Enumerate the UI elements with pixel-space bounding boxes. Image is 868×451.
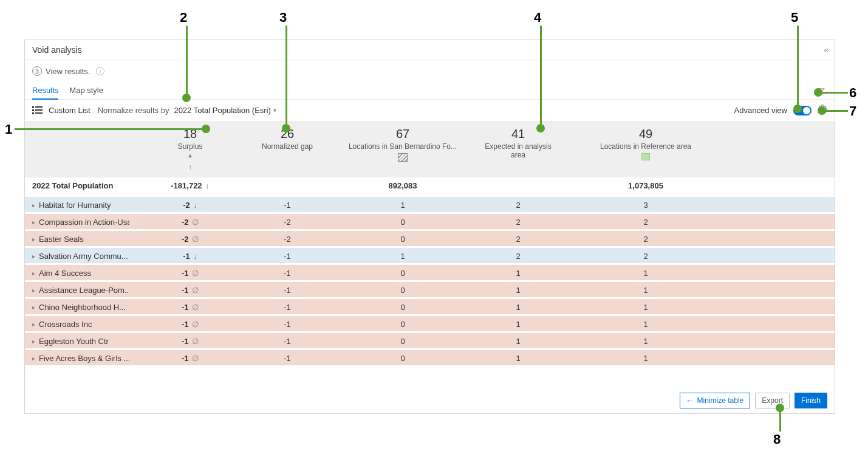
expand-icon[interactable]: ▸ xyxy=(32,219,35,226)
row-normgap: -1 xyxy=(251,269,324,278)
callout-6-line xyxy=(821,92,848,94)
row-expected: 1 xyxy=(482,286,555,295)
table-row[interactable]: ▸Compassion in Action-Usa-2 ∅-2022 xyxy=(25,212,835,229)
expand-icon[interactable]: ▸ xyxy=(32,338,35,345)
callout-5-dot xyxy=(793,105,802,113)
callout-4-dot xyxy=(536,124,545,133)
panel-title: Void analysis xyxy=(32,45,82,55)
custom-list-icon[interactable] xyxy=(32,106,43,114)
table-row[interactable]: ▸Aim 4 Success-1 ∅-1011 xyxy=(25,263,835,280)
rows-container[interactable]: ▸Habitat for Humanity-2 ↓-1123▸Compassio… xyxy=(25,195,835,402)
col-expected-label: Expected in analysis area xyxy=(482,142,555,160)
row-surplus: -1 xyxy=(183,252,190,261)
callout-2-line xyxy=(186,26,188,94)
callout-2: 2 xyxy=(180,10,187,26)
row-expected: 2 xyxy=(482,218,555,227)
col-surplus[interactable]: 18 Surplus ▲ ↑ xyxy=(129,127,251,171)
expand-icon[interactable]: ▸ xyxy=(32,236,35,243)
row-normgap: -1 xyxy=(251,286,324,295)
row-name: Five Acres Boys & Girls ... xyxy=(39,354,129,363)
row-loc-analysis: 0 xyxy=(324,354,482,363)
callout-8-dot xyxy=(776,404,784,412)
panel-header: Void analysis « xyxy=(25,40,835,60)
col-normgap-label: Normalized gap xyxy=(251,142,324,151)
row-name: Chino Neighborhood H... xyxy=(39,303,126,312)
collapse-icon[interactable]: « xyxy=(824,45,827,55)
row-expected: 1 xyxy=(482,354,555,363)
row-loc-reference: 3 xyxy=(555,201,737,210)
col-surplus-label: Surplus xyxy=(129,142,251,151)
row-loc-reference: 1 xyxy=(555,320,737,329)
export-button[interactable]: Export xyxy=(755,393,790,408)
row-loc-reference: 1 xyxy=(555,286,737,295)
row-loc-reference: 1 xyxy=(555,303,737,312)
col-locs-reference-label: Locations in Reference area xyxy=(555,142,737,151)
row-expected: 2 xyxy=(482,252,555,261)
callout-6: 6 xyxy=(849,85,856,101)
expand-icon[interactable]: ▸ xyxy=(32,355,35,362)
expand-icon[interactable]: ▸ xyxy=(32,304,35,311)
table-row[interactable]: ▸Five Acres Boys & Girls ...-1 ∅-1011 xyxy=(25,348,835,365)
table-row[interactable]: ▸Easter Seals-2 ∅-2022 xyxy=(25,229,835,246)
chevron-down-icon: ▾ xyxy=(273,107,276,114)
callout-8: 8 xyxy=(773,432,781,447)
tab-results[interactable]: Results xyxy=(32,82,58,100)
row-name: Aim 4 Success xyxy=(39,269,91,278)
minimize-label: Minimize table xyxy=(697,396,744,405)
row-name: Salvation Army Commu... xyxy=(39,252,128,261)
totals-name: 2022 Total Population xyxy=(32,181,129,190)
info-icon[interactable]: i xyxy=(96,67,104,75)
expand-icon[interactable]: ▸ xyxy=(32,270,35,277)
row-normgap: -1 xyxy=(251,354,324,363)
row-surplus: -1 xyxy=(182,286,189,295)
table-row[interactable]: ▸Salvation Army Commu...-1 ↓-1122 xyxy=(25,246,835,263)
table-row[interactable]: ▸Chino Neighborhood H...-1 ∅-1011 xyxy=(25,297,835,314)
row-surplus: -2 xyxy=(182,218,189,227)
row-loc-analysis: 0 xyxy=(324,303,482,312)
totals-row: 2022 Total Population -181,722 ↓ 892,083… xyxy=(25,177,835,195)
expand-icon[interactable]: ▸ xyxy=(32,321,35,328)
row-surplus: -1 xyxy=(182,337,189,346)
row-expected: 1 xyxy=(482,269,555,278)
col-locs-reference-value: 49 xyxy=(555,127,737,141)
callout-1-dot xyxy=(202,125,210,133)
table-row[interactable]: ▸Crossroads Inc-1 ∅-1011 xyxy=(25,314,835,331)
minimize-table-button[interactable]: ←Minimize table xyxy=(680,393,751,408)
row-expected: 1 xyxy=(482,337,555,346)
table-row[interactable]: ▸Eggleston Youth Ctr-1 ∅-1011 xyxy=(25,331,835,348)
normalize-value: 2022 Total Population (Esri) xyxy=(174,106,270,115)
col-locs-reference[interactable]: 49 Locations in Reference area xyxy=(555,127,737,162)
callout-8-line xyxy=(779,411,781,432)
callout-3-dot xyxy=(282,124,290,133)
row-expected: 2 xyxy=(482,201,555,210)
row-surplus: -1 xyxy=(182,269,189,278)
step-header: 3 View results. i xyxy=(25,60,835,78)
custom-list-label[interactable]: Custom List xyxy=(49,106,91,115)
table-row[interactable]: ▸Assistance League-Pom...-1 ∅-1011 xyxy=(25,280,835,297)
row-expected: 2 xyxy=(482,235,555,244)
green-swatch-icon xyxy=(641,153,650,160)
expand-icon[interactable]: ▸ xyxy=(32,202,35,208)
row-normgap: -2 xyxy=(251,218,324,227)
col-locs-analysis-label: Locations in San Bernardino Fo... xyxy=(324,142,482,151)
expand-icon[interactable]: ▸ xyxy=(32,253,35,260)
row-normgap: -1 xyxy=(251,201,324,210)
row-status-icon: ∅ xyxy=(192,269,199,278)
finish-button[interactable]: Finish xyxy=(795,393,827,408)
row-loc-analysis: 0 xyxy=(324,320,482,329)
row-status-icon: ↓ xyxy=(193,252,197,261)
callout-7: 7 xyxy=(849,103,856,119)
col-locs-analysis[interactable]: 67 Locations in San Bernardino Fo... xyxy=(324,127,482,164)
normalize-select[interactable]: 2022 Total Population (Esri) ▾ xyxy=(174,106,276,115)
tab-map-style[interactable]: Map style xyxy=(69,82,103,99)
table-row[interactable]: ▸Habitat for Humanity-2 ↓-1123 xyxy=(25,195,835,212)
footer: ←Minimize table Export Finish xyxy=(680,393,827,408)
row-normgap: -1 xyxy=(251,337,324,346)
callout-2-dot xyxy=(182,94,191,102)
row-expected: 1 xyxy=(482,320,555,329)
row-normgap: -1 xyxy=(251,303,324,312)
col-expected[interactable]: 41 Expected in analysis area xyxy=(482,127,555,160)
expand-icon[interactable]: ▸ xyxy=(32,287,35,294)
row-loc-reference: 2 xyxy=(555,218,737,227)
callout-4-line xyxy=(540,26,542,124)
